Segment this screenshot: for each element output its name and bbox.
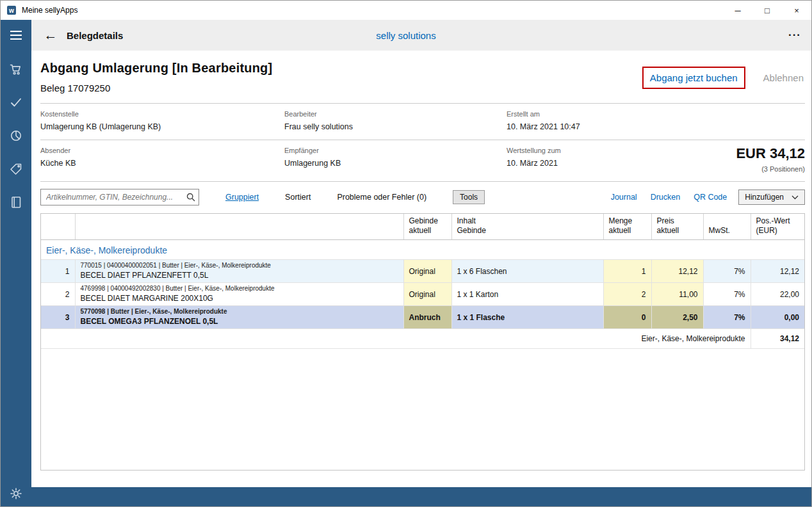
article-meta: 4769998 | 04000492002830 | Butter | Eier…: [81, 284, 398, 293]
document-actions: Abgang jetzt buchen Ablehnen: [642, 67, 805, 89]
window-controls: ─ □ ×: [723, 1, 811, 20]
sidebar-item-tasks[interactable]: [6, 94, 26, 111]
preis-cell[interactable]: 11,00: [651, 283, 703, 306]
field-wertstellung: Wertstellung zum 10. März 2021: [507, 147, 736, 173]
subtotal-value: 34,12: [751, 329, 804, 349]
article-cell: 770015 | 04000400002051 | Butter | Eier-…: [75, 260, 403, 283]
back-button[interactable]: ←: [40, 28, 61, 43]
col-header-mwst: MwSt.: [703, 214, 751, 240]
settings-button[interactable]: [6, 485, 26, 502]
reject-button[interactable]: Ablehnen: [763, 72, 804, 83]
total-amount: EUR 34,12: [736, 145, 805, 162]
field-label: Erstellt am: [507, 110, 805, 118]
grouped-toggle[interactable]: Gruppiert: [225, 193, 259, 202]
journal-link[interactable]: Journal: [611, 193, 637, 202]
document-total: EUR 34,12 (3 Positionen): [736, 145, 805, 173]
col-header-preis: Preis aktuell: [651, 214, 703, 240]
inhalt-cell: 1 x 1 Karton: [451, 283, 603, 306]
wert-cell: 22,00: [751, 283, 804, 306]
titlebar: w Meine sellyApps ─ □ ×: [1, 1, 811, 20]
article-name: BECEL DIAET MARGARINE 200X10G: [81, 294, 398, 304]
col-header-wert: Pos.-Wert (EUR): [751, 214, 804, 240]
more-button[interactable]: ···: [788, 29, 801, 42]
app-logo-icon: w: [6, 5, 17, 15]
qr-code-link[interactable]: QR Code: [694, 193, 727, 202]
table-row-selected[interactable]: 3 5770098 | Butter | Eier-, Käse-, Molke…: [41, 306, 804, 329]
close-button[interactable]: ×: [782, 1, 811, 20]
info-row-1: Kostenstelle Umlagerung KB (Umlagerung K…: [40, 104, 805, 140]
table-row[interactable]: 2 4769998 | 04000492002830 | Butter | Ei…: [41, 283, 804, 306]
app-name: selly solutions: [376, 30, 435, 41]
row-number: 1: [41, 260, 75, 283]
wert-cell: 12,12: [751, 260, 804, 283]
field-kostenstelle: Kostenstelle Umlagerung KB (Umlagerung K…: [40, 110, 284, 131]
sidebar-item-cart[interactable]: [6, 61, 26, 77]
sorted-toggle[interactable]: Sortiert: [285, 193, 311, 202]
sidebar-item-prices[interactable]: [6, 161, 26, 177]
document-title: Abgang Umlagerung [In Bearbeitung]: [40, 61, 272, 76]
check-icon: [9, 95, 23, 109]
positions-table-container: Gebinde aktuell Inhalt Gebinde Menge akt…: [40, 213, 805, 471]
window-title: Meine sellyApps: [22, 6, 77, 15]
menge-cell[interactable]: 0: [603, 306, 651, 329]
divider: [40, 181, 805, 182]
field-value: Umlagerung KB (Umlagerung KB): [40, 122, 284, 131]
search-input[interactable]: [40, 189, 199, 205]
book-icon: [9, 195, 23, 209]
sidebar-item-journal[interactable]: [6, 194, 26, 211]
article-cell: 4769998 | 04000492002830 | Butter | Eier…: [75, 283, 403, 306]
row-number: 2: [41, 283, 75, 306]
menge-cell[interactable]: 2: [603, 283, 651, 306]
book-outflow-button[interactable]: Abgang jetzt buchen: [642, 67, 745, 89]
field-value: Umlagerung KB: [284, 159, 507, 168]
tools-button[interactable]: Tools: [453, 190, 485, 204]
field-value: Küche KB: [40, 159, 284, 168]
menge-cell[interactable]: 1: [603, 260, 651, 283]
field-label: Bearbeiter: [284, 110, 507, 118]
add-dropdown-button[interactable]: Hinzufügen: [738, 189, 805, 205]
print-link[interactable]: Drucken: [651, 193, 681, 202]
positions-table: Gebinde aktuell Inhalt Gebinde Menge akt…: [41, 214, 804, 349]
group-header-row: Eier-, Käse-, Molkereiprodukte: [41, 240, 804, 260]
field-empfaenger: Empfänger Umlagerung KB: [284, 147, 507, 173]
preis-cell[interactable]: 12,12: [651, 260, 703, 283]
gebinde-cell[interactable]: Original: [403, 260, 451, 283]
field-bearbeiter: Bearbeiter Frau selly solutions: [284, 110, 507, 131]
wert-cell: 0,00: [751, 306, 804, 329]
menu-button[interactable]: [1, 20, 31, 51]
document-number: Beleg 17079250: [40, 83, 272, 93]
preis-cell[interactable]: 2,50: [651, 306, 703, 329]
col-header-gebinde: Gebinde aktuell: [403, 214, 451, 240]
inhalt-cell: 1 x 1 Flasche: [451, 306, 603, 329]
col-header-number: [41, 214, 75, 240]
chevron-down-icon: [792, 195, 799, 200]
position-toolbar: Gruppiert Sortiert Probleme oder Fehler …: [40, 189, 805, 205]
gebinde-cell[interactable]: Anbruch: [403, 306, 451, 329]
field-label: Absender: [40, 147, 284, 154]
main-content: Abgang Umlagerung [In Bearbeitung] Beleg…: [31, 51, 812, 507]
article-cell: 5770098 | Butter | Eier-, Käse-, Molkere…: [75, 306, 403, 329]
sidebar-item-reports[interactable]: [6, 127, 26, 144]
row-number: 3: [41, 306, 75, 329]
toolbar-right: Journal Drucken QR Code Hinzufügen: [597, 189, 805, 205]
field-value: Frau selly solutions: [284, 122, 507, 131]
col-header-inhalt: Inhalt Gebinde: [451, 214, 603, 240]
bottom-bar: [31, 487, 812, 507]
gear-icon: [9, 487, 23, 501]
tag-icon: [9, 162, 23, 176]
gebinde-cell[interactable]: Original: [403, 283, 451, 306]
table-header-row: Gebinde aktuell Inhalt Gebinde Menge akt…: [41, 214, 804, 240]
col-header-menge: Menge aktuell: [603, 214, 651, 240]
article-name: BECEL OMEGA3 PFLANZENOEL 0,5L: [81, 317, 398, 327]
article-meta: 770015 | 04000400002051 | Butter | Eier-…: [81, 261, 398, 270]
header-bar: ← Belegdetails selly solutions ···: [1, 20, 811, 51]
group-subtotal-row: Eier-, Käse-, Molkereiprodukte 34,12: [41, 329, 804, 349]
svg-text:w: w: [8, 7, 14, 14]
minimize-button[interactable]: ─: [723, 1, 752, 20]
search-icon[interactable]: [186, 192, 196, 202]
maximize-button[interactable]: □: [752, 1, 782, 20]
subtotal-label: Eier-, Käse-, Molkereiprodukte: [41, 329, 751, 349]
problems-link[interactable]: Probleme oder Fehler (0): [337, 193, 426, 202]
table-row[interactable]: 1 770015 | 04000400002051 | Butter | Eie…: [41, 260, 804, 283]
document-header: Abgang Umlagerung [In Bearbeitung] Beleg…: [40, 51, 805, 103]
